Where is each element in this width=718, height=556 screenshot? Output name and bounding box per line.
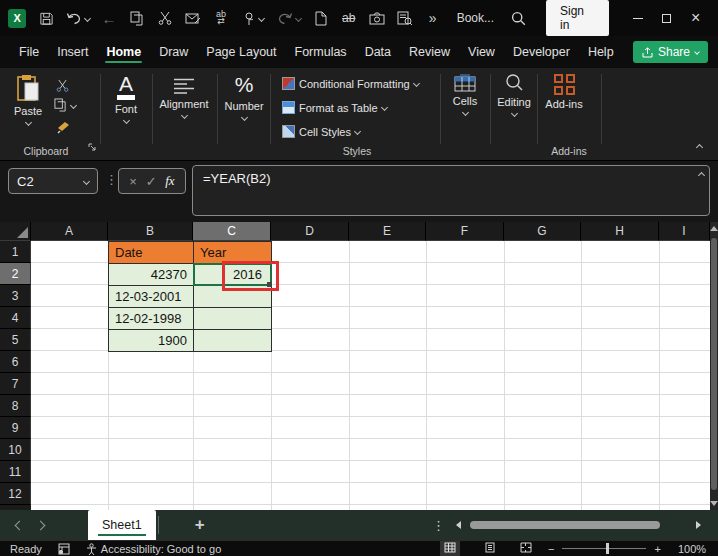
fill-handle[interactable] [267, 282, 272, 287]
paste-button[interactable]: Paste [14, 74, 42, 125]
zoom-slider[interactable] [562, 548, 646, 549]
row-header-3[interactable]: 3 [0, 285, 31, 307]
formula-input[interactable]: =YEAR(B2) [192, 165, 710, 216]
row-header-1[interactable]: 1 [0, 241, 31, 263]
tab-home[interactable]: Home [97, 39, 150, 65]
zoom-level[interactable]: 100% [678, 543, 706, 555]
tab-developer[interactable]: Developer [504, 39, 579, 65]
column-header-i[interactable]: I [659, 222, 710, 241]
more-commands-icon[interactable]: » [421, 6, 445, 30]
vertical-scrollbar-thumb[interactable] [711, 238, 717, 490]
cell-b4[interactable]: 12-02-1998 [108, 307, 194, 330]
tab-insert[interactable]: Insert [48, 39, 97, 65]
new-file-icon[interactable] [309, 6, 333, 30]
close-button[interactable]: × [681, 6, 710, 30]
row-header-11[interactable]: 11 [0, 461, 31, 483]
column-header-d[interactable]: D [271, 222, 349, 241]
collapse-ribbon-icon[interactable] [696, 144, 703, 151]
cell-styles-button[interactable]: Cell Styles [282, 125, 360, 138]
enter-formula-icon[interactable]: ✓ [146, 174, 157, 189]
touch-mode-icon[interactable] [237, 6, 270, 30]
cell-c4[interactable] [193, 307, 272, 330]
tab-review[interactable]: Review [400, 39, 459, 65]
save-icon[interactable] [34, 6, 58, 30]
cell-c1[interactable]: Year [193, 241, 272, 264]
row-header-9[interactable]: 9 [0, 417, 31, 439]
cell-b1[interactable]: Date [108, 241, 194, 264]
cell-c2[interactable]: 2016 [193, 263, 272, 286]
page-break-view-icon[interactable] [520, 542, 532, 555]
print-preview-icon[interactable] [393, 6, 417, 30]
conditional-formatting-button[interactable]: Conditional Formatting [282, 77, 419, 90]
macro-record-icon[interactable] [58, 543, 70, 555]
editing-button[interactable]: Editing [491, 73, 537, 116]
row-header-10[interactable]: 10 [0, 439, 31, 461]
column-header-c[interactable]: C [193, 222, 271, 241]
column-header-g[interactable]: G [504, 222, 581, 241]
scroll-right-icon[interactable] [696, 521, 701, 529]
row-header-12[interactable]: 12 [0, 483, 31, 505]
cell-c5[interactable] [193, 329, 272, 352]
share-button[interactable]: Share [633, 41, 708, 63]
formula-bar-drag-handle[interactable]: ⋮ [105, 172, 118, 187]
row-header-5[interactable]: 5 [0, 329, 31, 351]
vertical-scrollbar[interactable] [710, 222, 718, 510]
cut-button[interactable] [56, 78, 69, 96]
format-as-table-button[interactable]: Format as Table [282, 101, 387, 114]
prev-sheet-icon[interactable] [15, 520, 25, 530]
cancel-formula-icon[interactable]: × [129, 174, 137, 189]
tab-view[interactable]: View [459, 39, 504, 65]
minimize-button[interactable] [623, 6, 652, 30]
search-icon[interactable] [506, 6, 530, 30]
zoom-slider-thumb[interactable] [606, 543, 609, 554]
column-header-h[interactable]: H [581, 222, 659, 241]
scroll-left-icon[interactable] [456, 521, 461, 529]
horizontal-scrollbar-thumb[interactable] [470, 521, 660, 529]
row-header-4[interactable]: 4 [0, 307, 31, 329]
sign-in-button[interactable]: Sign in [546, 0, 609, 36]
undo-icon[interactable] [62, 6, 93, 30]
copy-button[interactable] [54, 98, 76, 112]
cut-icon[interactable] [153, 6, 177, 30]
cell-b2[interactable]: 42370 [108, 263, 194, 286]
tab-help[interactable]: Help [579, 39, 623, 65]
insert-function-icon[interactable]: fx [165, 173, 174, 189]
select-all-corner[interactable] [0, 222, 31, 241]
row-header-8[interactable]: 8 [0, 395, 31, 417]
sheet-bar-menu-icon[interactable]: ⋮ [432, 518, 445, 533]
cell-b3[interactable]: 12-03-2001 [108, 285, 194, 308]
strikethrough-icon[interactable]: ab [337, 6, 361, 30]
sheet-tab-sheet1[interactable]: Sheet1 [88, 510, 156, 540]
column-header-f[interactable]: F [426, 222, 504, 241]
format-painter-button[interactable] [56, 120, 71, 138]
font-button[interactable]: A Font [104, 74, 148, 123]
scroll-down-icon[interactable] [710, 501, 718, 506]
row-header-7[interactable]: 7 [0, 373, 31, 395]
camera-icon[interactable] [365, 6, 389, 30]
tab-file[interactable]: File [10, 39, 48, 65]
normal-view-icon[interactable] [440, 541, 460, 556]
tab-data[interactable]: Data [356, 39, 400, 65]
cells-button[interactable]: Cells [444, 74, 486, 115]
find-replace-icon[interactable]: ab⇄ [209, 6, 233, 30]
scroll-up-icon[interactable] [710, 226, 718, 231]
cell-b5[interactable]: 1900 [108, 329, 194, 352]
tab-formulas[interactable]: Formulas [286, 39, 356, 65]
next-sheet-icon[interactable] [36, 520, 46, 530]
tab-draw[interactable]: Draw [150, 39, 197, 65]
column-header-b[interactable]: B [108, 222, 193, 241]
grid-canvas[interactable]: Date Year 42370 2016 12-03-2001 12-02-19… [31, 241, 710, 510]
maximize-button[interactable] [652, 6, 681, 30]
number-button[interactable]: % Number [219, 73, 269, 120]
excel-logo-icon[interactable]: X [8, 9, 26, 28]
add-sheet-button[interactable]: + [195, 515, 205, 535]
column-header-a[interactable]: A [31, 222, 108, 241]
cell-c3[interactable] [193, 285, 272, 308]
zoom-in-icon[interactable]: + [654, 543, 660, 555]
alignment-button[interactable]: Alignment [154, 78, 214, 118]
mail-icon[interactable] [181, 6, 205, 30]
row-header-6[interactable]: 6 [0, 351, 31, 373]
accessibility-status[interactable]: Accessibility: Good to go [86, 543, 221, 555]
addins-button[interactable]: Add-ins [541, 74, 587, 110]
zoom-out-icon[interactable]: − [548, 543, 554, 555]
